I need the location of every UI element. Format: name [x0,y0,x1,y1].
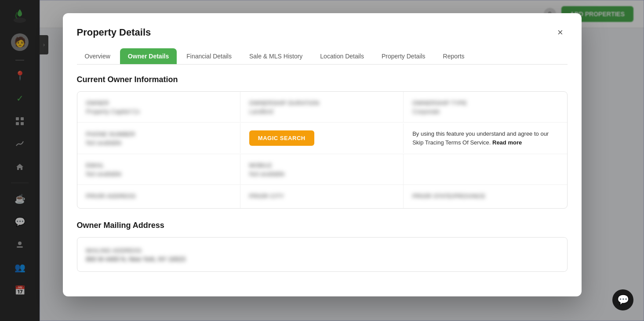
current-owner-section-title: Current Owner Information [77,75,568,84]
owner-info-row-2: Phone Number Not available MAGIC SEARCH … [77,123,567,154]
ownership-duration-value: Landlord [249,108,394,115]
prior-address-label: Prior Address [86,193,136,199]
mailing-section-title: Owner Mailing Address [77,221,568,230]
tab-overview[interactable]: Overview [77,48,118,64]
email-cell: Email Not available [77,154,240,184]
chat-button[interactable]: 💬 [612,289,633,310]
owner-info-row-4: Prior Address Prior City Prior State/Pro… [77,185,567,208]
tab-location-details[interactable]: Location Details [312,48,372,64]
owner-name-value: Property Capitol Co [86,108,231,115]
read-more-link[interactable]: Read more [492,139,522,146]
mailing-address-container: Mailing Address 800 W 4400 N, New York, … [77,238,567,271]
ownership-duration-cell: Ownership Duration Landlord [240,92,404,122]
ownership-type-cell: Ownership Type Corporate [404,92,567,122]
magic-search-button[interactable]: MAGIC SEARCH [249,130,314,146]
ownership-duration-label: Ownership Duration [249,100,319,106]
prior-state-cell: Prior State/Province [404,185,567,208]
empty-cell-r3 [404,154,567,184]
magic-search-cell: MAGIC SEARCH [240,123,404,153]
tab-property-details[interactable]: Property Details [374,48,433,64]
phone-cell: Phone Number Not available [77,123,240,153]
prior-city-cell: Prior City [240,185,404,208]
mailing-address-card: Mailing Address 800 W 4400 N, New York, … [77,237,568,272]
ownership-type-label: Ownership Type [412,100,467,106]
skip-tracing-notice: By using this feature you understand and… [404,123,567,154]
chat-icon: 💬 [617,294,629,306]
mobile-value: Not available [249,170,394,177]
prior-state-label: Prior State/Province [412,193,485,199]
property-details-modal: Property Details × Overview Owner Detail… [63,13,582,296]
owner-name-cell: Owner Property Capitol Co [77,92,240,122]
mobile-label: Mobile [249,162,272,169]
owner-label: Owner [86,100,109,106]
tab-reports[interactable]: Reports [435,48,473,64]
tab-financial-details[interactable]: Financial Details [178,48,240,64]
email-value: Not available [86,170,231,177]
owner-mailing-section: Owner Mailing Address Mailing Address 80… [77,221,568,272]
ownership-type-value: Corporate [412,108,558,115]
email-label: Email [86,162,105,169]
tab-owner-details[interactable]: Owner Details [120,48,177,64]
mailing-address-value: 800 W 4400 N, New York, NY 10023 [86,256,558,263]
owner-info-row-3: Email Not available Mobile Not available [77,154,567,185]
modal-header: Property Details × [77,25,568,40]
prior-city-label: Prior City [249,193,284,199]
mobile-cell: Mobile Not available [240,154,404,184]
modal-close-button[interactable]: × [553,25,568,40]
phone-label: Phone Number [86,131,135,137]
tab-sale-mls-history[interactable]: Sale & MLS History [241,48,310,64]
modal-title: Property Details [77,27,151,38]
prior-address-cell: Prior Address [77,185,240,208]
mailing-address-label: Mailing Address [86,247,142,254]
phone-value: Not available [86,139,231,146]
owner-info-row-1: Owner Property Capitol Co Ownership Dura… [77,92,567,123]
owner-info-card: Owner Property Capitol Co Ownership Dura… [77,91,568,209]
modal-tabs: Overview Owner Details Financial Details… [77,48,568,65]
modal-overlay: Property Details × Overview Owner Detail… [0,0,644,321]
